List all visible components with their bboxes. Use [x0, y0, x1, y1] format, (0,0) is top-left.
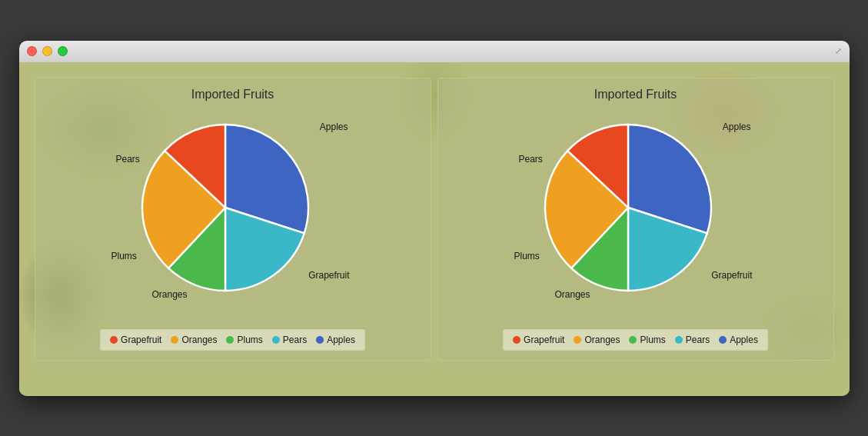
legend-label-pears-1: Pears — [283, 334, 307, 345]
chart-title-2: Imported Fruits — [594, 88, 677, 102]
label-plums-2: Plums — [514, 251, 540, 261]
label-apples-2: Apples — [723, 121, 751, 132]
legend-dot-apples-2 — [719, 336, 727, 344]
legend-item-grapefruit-2: Grapefruit — [513, 334, 564, 345]
label-oranges-1: Oranges — [152, 289, 188, 300]
chart-body-1: Apples Pears Plums Oranges Grapefruit — [110, 108, 356, 323]
legend-2: Grapefruit Oranges Plums Pears — [503, 329, 768, 351]
legend-dot-plums-2 — [629, 336, 637, 344]
legend-dot-oranges-1 — [171, 336, 178, 344]
titlebar: ⤢ — [19, 41, 850, 62]
minimize-button[interactable] — [42, 46, 52, 56]
label-grapefruit-1: Grapefruit — [308, 270, 349, 281]
resize-icon: ⤢ — [835, 46, 842, 56]
legend-item-apples-1: Apples — [316, 334, 355, 345]
legend-item-plums-2: Plums — [629, 334, 665, 345]
chart-panel-2: Imported Fruits Apples Pears Plums Orang… — [437, 78, 834, 361]
label-pears-2: Pears — [519, 154, 543, 165]
close-button[interactable] — [27, 46, 37, 56]
legend-label-plums-2: Plums — [640, 334, 665, 345]
legend-item-grapefruit-1: Grapefruit — [110, 334, 161, 345]
chart-panel-1: Imported Fruits Apples Pears Plums Orang… — [35, 78, 431, 361]
legend-label-apples-2: Apples — [730, 334, 758, 345]
label-apples-1: Apples — [320, 121, 348, 132]
content-area: Imported Fruits Apples Pears Plums Orang… — [19, 62, 850, 396]
legend-item-plums-1: Plums — [226, 334, 262, 345]
chart-body-2: Apples Pears Plums Oranges Grapefruit — [513, 108, 759, 323]
legend-item-pears-1: Pears — [272, 334, 307, 345]
legend-label-grapefruit-2: Grapefruit — [524, 334, 564, 345]
legend-label-pears-2: Pears — [686, 334, 710, 345]
label-oranges-2: Oranges — [555, 289, 590, 300]
legend-label-oranges-1: Oranges — [181, 334, 217, 345]
legend-item-apples-2: Apples — [719, 334, 758, 345]
legend-dot-oranges-2 — [574, 336, 581, 344]
legend-item-oranges-2: Oranges — [574, 334, 620, 345]
charts-container: Imported Fruits Apples Pears Plums Orang… — [19, 62, 850, 376]
legend-item-pears-2: Pears — [675, 334, 710, 345]
legend-dot-pears-1 — [272, 336, 280, 344]
legend-1: Grapefruit Oranges Plums Pears — [100, 329, 365, 351]
legend-dot-grapefruit-2 — [513, 336, 520, 344]
legend-item-oranges-1: Oranges — [171, 334, 217, 345]
legend-label-plums-1: Plums — [237, 334, 262, 345]
legend-label-oranges-2: Oranges — [584, 334, 620, 345]
chart-title-1: Imported Fruits — [191, 88, 274, 102]
legend-label-apples-1: Apples — [327, 334, 355, 345]
label-grapefruit-2: Grapefruit — [711, 270, 752, 281]
legend-dot-grapefruit-1 — [110, 336, 118, 344]
pie-labels-1: Apples Pears Plums Oranges Grapefruit — [110, 108, 356, 323]
legend-dot-plums-1 — [226, 336, 234, 344]
app-window: ⤢ Imported Fruits Apples Pears Plums — [19, 41, 850, 396]
legend-dot-pears-2 — [675, 336, 683, 344]
label-pears-1: Pears — [116, 154, 140, 165]
maximize-button[interactable] — [58, 46, 68, 56]
legend-label-grapefruit-1: Grapefruit — [121, 334, 161, 345]
legend-dot-apples-1 — [316, 336, 324, 344]
pie-labels-2: Apples Pears Plums Oranges Grapefruit — [513, 108, 759, 323]
label-plums-1: Plums — [111, 251, 137, 261]
